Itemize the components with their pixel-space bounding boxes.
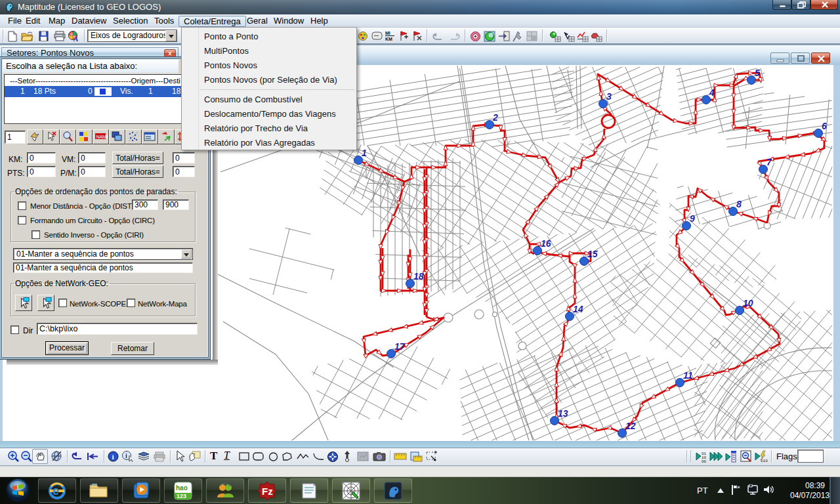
svg-text:00: 00	[702, 459, 707, 463]
svg-text:i: i	[112, 453, 114, 461]
svg-text:Fz: Fz	[262, 486, 273, 497]
svg-text:6: 6	[822, 121, 827, 131]
svg-text:12: 12	[625, 421, 636, 431]
svg-text:16: 16	[541, 238, 551, 249]
svg-text:11: 11	[683, 370, 693, 381]
svg-text:A: A	[73, 35, 78, 42]
svg-text:15: 15	[587, 249, 598, 259]
svg-text:9: 9	[690, 213, 695, 224]
svg-text:8: 8	[736, 199, 742, 209]
svg-text:NAME: NAME	[96, 135, 108, 139]
svg-text:i: i	[125, 452, 127, 459]
svg-text:1: 1	[362, 148, 367, 158]
svg-text:123: 123	[177, 493, 186, 499]
svg-text:KM: KM	[385, 37, 392, 41]
svg-text:3: 3	[606, 91, 612, 102]
svg-text:17: 17	[394, 341, 406, 352]
svg-text:110: 110	[761, 459, 768, 463]
svg-text:e: e	[52, 484, 59, 497]
svg-text:4: 4	[709, 87, 715, 98]
svg-text:MI: MI	[385, 31, 390, 35]
svg-text:5: 5	[755, 68, 760, 78]
svg-text:14: 14	[573, 304, 583, 314]
svg-text:10: 10	[743, 298, 753, 308]
svg-text:18: 18	[413, 271, 424, 282]
svg-text:13: 13	[558, 408, 568, 419]
svg-text:7: 7	[766, 157, 772, 167]
svg-text:hao: hao	[176, 484, 188, 492]
svg-text:2: 2	[492, 112, 498, 123]
